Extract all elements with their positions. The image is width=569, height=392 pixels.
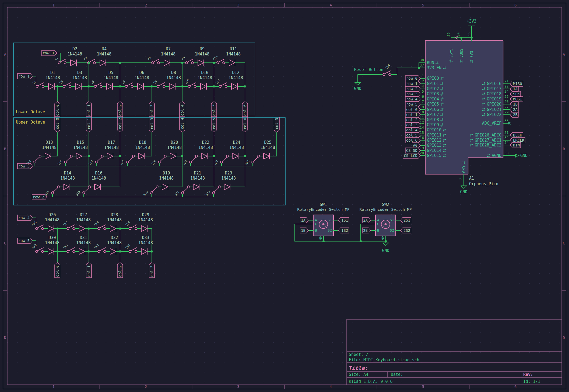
switch-terminal bbox=[36, 250, 38, 253]
section-title[interactable]: Lower Octave bbox=[16, 110, 45, 114]
junction-dot bbox=[119, 62, 121, 64]
junction-dot bbox=[151, 250, 153, 253]
switch-terminal bbox=[152, 62, 154, 64]
frame-row-label: A bbox=[563, 52, 565, 57]
component-value: 1N4148 bbox=[138, 240, 153, 245]
switch-terminal bbox=[36, 85, 38, 88]
component-value: 1N4148 bbox=[167, 145, 182, 150]
pin-name: GPIO5 bbox=[427, 102, 439, 107]
component-ref: D18 bbox=[139, 140, 146, 145]
switch-terminal bbox=[150, 192, 152, 194]
global-label-text: 1S1 bbox=[341, 218, 348, 222]
pin-number: 2 bbox=[422, 79, 424, 83]
switch-terminal bbox=[129, 250, 131, 253]
global-label-text: col 0 bbox=[55, 118, 59, 129]
power-label-gnd[interactable]: GND bbox=[382, 248, 389, 253]
power-label-gnd[interactable]: GND bbox=[354, 86, 361, 91]
pin-name: GPIO10 bbox=[427, 128, 441, 132]
svg-text:3V3: 3V3 bbox=[469, 51, 474, 58]
junction-dot bbox=[56, 85, 58, 88]
global-label-text: col 3 bbox=[275, 118, 279, 129]
frame-row-label: B bbox=[4, 147, 6, 151]
pin-name: GPIO28_ADC2 bbox=[475, 143, 501, 148]
frame-column-label: 6 bbox=[514, 3, 517, 7]
pin-name: GPIO22 bbox=[487, 112, 501, 117]
power-label-3v3[interactable]: +3V3 bbox=[467, 19, 476, 24]
global-label-text: 2B bbox=[513, 113, 518, 117]
global-label-text: 1A bbox=[513, 87, 518, 91]
switch-terminal bbox=[104, 228, 106, 230]
switch-terminal bbox=[41, 250, 44, 253]
junction-dot bbox=[181, 85, 183, 88]
pin-number: 39 bbox=[447, 32, 451, 37]
switch-terminal bbox=[42, 85, 44, 88]
reset-button-label[interactable]: Reset Button bbox=[354, 67, 383, 72]
frame-column-label: 4 bbox=[329, 3, 332, 7]
pin-name: GPIO16 bbox=[487, 81, 501, 86]
switch-terminal bbox=[158, 161, 160, 163]
global-label-text: 1A bbox=[301, 218, 305, 222]
pin-number: 14 bbox=[420, 125, 424, 130]
junction-dot bbox=[181, 155, 183, 157]
switch-terminal bbox=[58, 62, 60, 64]
component-value: 1N4148 bbox=[190, 176, 205, 181]
component-ref: D11 bbox=[230, 47, 237, 51]
global-label-text: col 3 bbox=[406, 123, 417, 127]
global-label-text: 2S1 bbox=[403, 218, 410, 222]
sheet-size: Size: A4 bbox=[349, 372, 368, 377]
pin-name: S2 bbox=[328, 228, 332, 232]
switch-terminal bbox=[135, 250, 137, 253]
switch-terminal bbox=[127, 161, 129, 163]
pin-name: GPIO0 bbox=[427, 76, 439, 81]
section-title[interactable]: Upper Octave bbox=[16, 120, 45, 125]
component-ref: SW1 bbox=[320, 202, 327, 207]
global-label-text: row 1 bbox=[406, 82, 417, 86]
pin-number: 22 bbox=[504, 84, 509, 88]
component-ref: D15 bbox=[77, 140, 84, 145]
pin-number: 10 bbox=[420, 110, 424, 114]
pin-name: GPIO27_ADC1 bbox=[475, 138, 501, 143]
component-value: 1N4148 bbox=[135, 75, 149, 80]
component-ref: D2 bbox=[72, 47, 77, 51]
pin-name: GPIO13 bbox=[427, 143, 441, 148]
frame-column-label: 2 bbox=[145, 3, 147, 7]
pin-name: GPIO9 bbox=[427, 122, 439, 127]
component-value: 1N4148 bbox=[42, 145, 57, 150]
global-label-text: 2A bbox=[513, 107, 518, 112]
junction-dot bbox=[151, 85, 153, 88]
global-label-text: col 4 bbox=[180, 104, 184, 116]
component-ref: D5 bbox=[108, 70, 113, 75]
power-label-gnd[interactable]: GND bbox=[460, 190, 467, 194]
pin-number: 24 bbox=[504, 89, 509, 93]
component-value: 1N4148 bbox=[104, 75, 118, 80]
global-label-text: row 5 bbox=[18, 239, 30, 243]
component-value: 1N4148 bbox=[195, 52, 209, 57]
component-value: 1N4148 bbox=[166, 75, 181, 80]
pin-number: 30 bbox=[420, 58, 424, 62]
title-label: Title: bbox=[349, 365, 368, 371]
pin-name: GPIO20 bbox=[487, 102, 501, 107]
component-ref: D9 bbox=[200, 47, 205, 51]
pin-name: GPIO19 bbox=[487, 97, 501, 102]
global-label-text: col 6 bbox=[243, 104, 247, 116]
switch-terminal bbox=[195, 155, 198, 157]
component-value[interactable]: Orpheus_Pico bbox=[469, 181, 498, 186]
pin-name: GPIO8 bbox=[427, 117, 439, 122]
pin-number: 33 bbox=[504, 151, 509, 155]
component-value: RotaryEncoder_Switch_MP bbox=[360, 207, 412, 212]
schematic-canvas[interactable]: 112233445566AABBCCDD Lower Octaverow 0D2… bbox=[0, 0, 569, 392]
pin-name: GPIO14 bbox=[427, 148, 441, 153]
junction-dot bbox=[56, 228, 58, 230]
pin-name: RUN bbox=[427, 60, 434, 65]
pin-name: GPIO11 bbox=[427, 133, 441, 138]
frame-column-label: 3 bbox=[237, 3, 239, 7]
global-label-text: col 2 bbox=[118, 118, 122, 129]
component-value: 1N4148 bbox=[76, 240, 91, 245]
global-label-text: col 3 bbox=[150, 118, 154, 129]
global-label-text: row 2 bbox=[33, 195, 44, 199]
frame-column-label: 1 bbox=[52, 3, 54, 7]
pin-number: 6 bbox=[422, 94, 424, 99]
power-label-gnd[interactable]: GND bbox=[520, 153, 528, 158]
junction-dot bbox=[88, 250, 90, 253]
component-ref[interactable]: A1 bbox=[469, 176, 474, 181]
